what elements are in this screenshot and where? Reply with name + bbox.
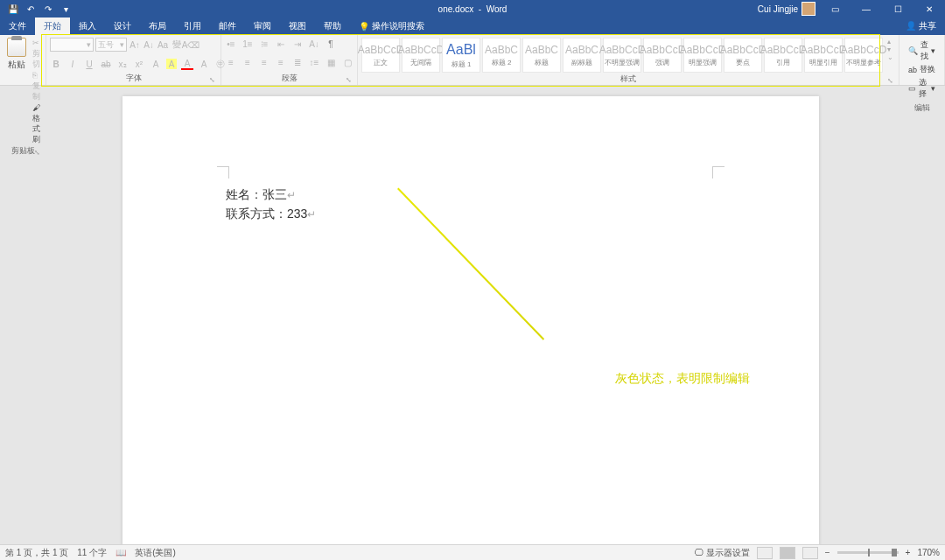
superscript-button: x² [133,58,145,70]
distribute-icon: ≣ [291,56,304,68]
margin-marker-tr [712,166,724,178]
gallery-more-icon[interactable]: ⌄ [887,53,893,61]
menu-review[interactable]: 审阅 [245,18,280,35]
line-spacing-icon: ↕≡ [308,56,320,68]
launcher-icon[interactable]: ⤡ [209,76,215,84]
read-mode-button[interactable] [757,547,773,559]
qat-more-icon[interactable]: ▾ [61,4,70,13]
style-item: AaBbCcD不明显强调 [603,38,641,73]
page-indicator[interactable]: 第 1 页，共 1 页 [5,547,68,559]
style-item: AaBbC标题 [522,38,561,73]
shrink-font-icon: A↓ [143,38,155,51]
align-right-icon: ≡ [258,56,270,68]
zoom-level[interactable]: 170% [917,548,940,557]
menu-bar: 文件 开始 插入 设计 布局 引用 邮件 审阅 视图 帮助 💡 操作说明搜索 👤… [0,18,945,35]
menu-insert[interactable]: 插入 [70,18,105,35]
font-name-select: ▾ [50,38,94,52]
zoom-in-button[interactable]: + [906,548,911,557]
gallery-down-icon[interactable]: ▾ [887,46,893,53]
maximize-button[interactable]: ☐ [886,0,910,18]
style-item: AaBbCcD明显强调 [683,38,722,73]
italic-button: I [66,58,79,70]
tell-me-search[interactable]: 💡 操作说明搜索 [350,18,433,35]
page[interactable]: 姓名：张三↵ 联系方式：233↵ [122,96,819,544]
save-icon[interactable]: 💾 [9,4,18,13]
align-center-icon: ≡ [242,56,254,68]
minimize-button[interactable]: — [854,0,878,18]
launcher-icon[interactable]: ⤡ [346,76,352,84]
lightbulb-icon: 💡 [359,22,369,32]
sort-icon: A↓ [308,38,320,50]
window-title: one.docx - Word [438,4,508,14]
replace-button[interactable]: ab 替换 [908,64,935,75]
status-bar: 第 1 页，共 1 页 11 个字 📖 英语(美国) 🖵 显示器设置 − + 1… [0,544,945,560]
redo-icon[interactable]: ↷ [44,4,52,13]
char-border-icon: A [198,58,210,70]
page-content[interactable]: 姓名：张三↵ 联系方式：233↵ [226,186,316,224]
group-label-styles: 样式⤡ [361,73,895,86]
menu-home[interactable]: 开始 [35,18,70,35]
menu-mailings[interactable]: 邮件 [210,18,245,35]
style-item: AaBl标题 1 [442,38,480,73]
language-indicator[interactable]: 英语(美国) [135,547,176,559]
style-item: AaBbCcD强调 [643,38,682,73]
change-case-icon: Aa [157,38,169,51]
menu-design[interactable]: 设计 [105,18,140,35]
numbering-icon: 1≡ [242,38,254,50]
ribbon-options-icon[interactable]: ▭ [822,0,847,18]
share-button[interactable]: 👤 共享 [906,20,936,32]
style-item: AaBbCcD要点 [724,38,762,73]
subscript-button: x₂ [116,58,129,70]
document-area[interactable]: 姓名：张三↵ 联系方式：233↵ 灰色状态，表明限制编辑 [0,86,945,544]
borders-icon: ▢ [341,56,354,68]
font-size-select: 五号▾ [95,38,127,52]
underline-button: U [83,58,95,70]
display-settings[interactable]: 🖵 显示器设置 [695,547,750,559]
font-color-button: A [181,58,193,70]
zoom-slider[interactable] [837,551,899,554]
highlight-button: A [166,59,177,69]
multilevel-icon: ⁝≡ [258,38,270,50]
paragraph-mark-icon: ↵ [287,189,296,201]
style-item: AaBbC副标题 [563,38,601,73]
strike-button: ab [100,58,112,70]
ribbon: 粘贴 ✂ 剪切 ⎘ 复制 🖌 格式刷 剪贴板⤡ ▾ 五号▾ A↑ A↓ Aa 變… [0,35,945,86]
avatar [802,2,816,16]
word-count[interactable]: 11 个字 [77,547,107,559]
group-label-font: 字体⤡ [50,72,217,85]
spell-check-icon[interactable]: 📖 [116,548,126,557]
close-button[interactable]: ✕ [917,0,942,18]
menu-layout[interactable]: 布局 [140,18,175,35]
user-account[interactable]: Cui Jingjie [758,2,816,16]
title-bar: 💾 ↶ ↷ ▾ one.docx - Word Cui Jingjie ▭ — … [0,0,945,18]
style-item: AaBbCcD无间隔 [402,38,440,73]
gallery-up-icon[interactable]: ▴ [887,38,893,46]
zoom-out-button[interactable]: − [825,548,830,557]
launcher-icon[interactable]: ⤡ [887,77,893,85]
print-layout-button[interactable] [780,547,795,559]
style-item: AaBbCcD引用 [764,38,802,73]
grow-font-icon: A↑ [129,38,141,51]
find-button[interactable]: 🔍 查找 ▾ [908,39,935,62]
clipboard-icon [7,38,26,57]
decrease-indent-icon: ⇤ [275,38,287,50]
show-marks-icon[interactable]: ¶ [325,38,337,50]
style-gallery: AaBbCcD正文AaBbCcD无间隔AaBl标题 1AaBbC标题 2AaBb… [361,38,883,73]
annotation-text: 灰色状态，表明限制编辑 [615,371,750,387]
menu-file[interactable]: 文件 [0,18,35,35]
undo-icon[interactable]: ↶ [26,4,35,13]
increase-indent-icon: ⇥ [291,38,304,50]
style-item: AaBbCcD正文 [361,38,400,73]
menu-references[interactable]: 引用 [175,18,210,35]
bullets-icon: •≡ [225,38,237,50]
menu-view[interactable]: 视图 [280,18,315,35]
style-item: AaBbC标题 2 [482,38,521,73]
cut-button: ✂ 剪切 [32,38,42,69]
paste-button[interactable]: 粘贴 [4,38,30,71]
style-item: AaBbCcD不明显参考 [844,38,883,73]
menu-help[interactable]: 帮助 [315,18,350,35]
text-effects-button: A [150,58,162,70]
margin-marker-tl [217,166,229,178]
web-layout-button[interactable] [802,547,818,559]
clear-format-icon: A⌫ [185,38,197,51]
